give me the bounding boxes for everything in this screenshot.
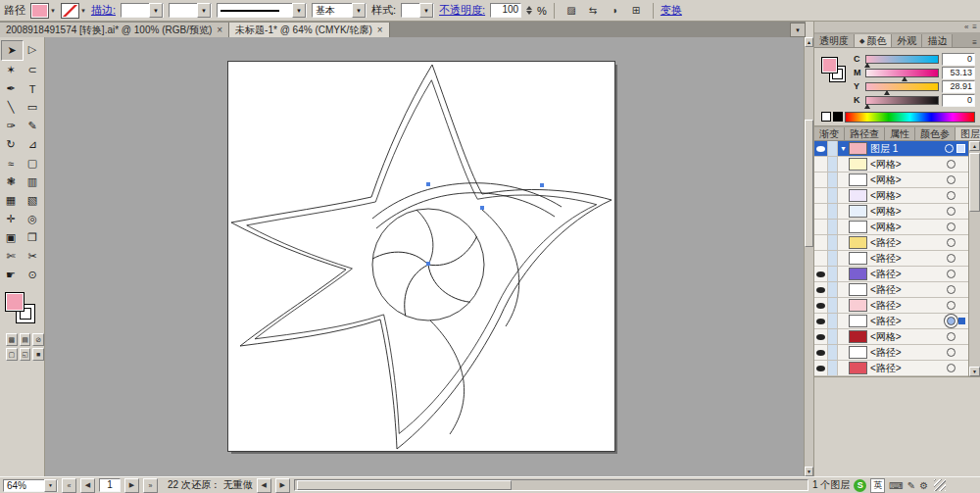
- target-circle-icon[interactable]: [947, 285, 956, 294]
- layer-name[interactable]: <路径>: [870, 252, 947, 266]
- eyedropper-tool[interactable]: ✛: [1, 210, 22, 228]
- layer-name[interactable]: <路径>: [870, 362, 947, 375]
- fill-color-picker[interactable]: ▼: [30, 3, 56, 19]
- canvas-area[interactable]: [45, 37, 804, 476]
- layer-row-6[interactable]: <网格>: [814, 220, 968, 235]
- chevron-down-icon[interactable]: ▼: [50, 8, 56, 14]
- scissors-tool[interactable]: ✂: [23, 247, 43, 266]
- next-artboard-button[interactable]: ▶: [124, 478, 139, 493]
- target-circle-icon[interactable]: [947, 160, 956, 169]
- stroke-weight-combo[interactable]: ▼: [121, 3, 164, 18]
- direct-selection-tool[interactable]: ▷: [23, 40, 43, 59]
- chevron-down-icon[interactable]: ▼: [419, 3, 433, 18]
- document-tab-1[interactable]: 2008918491574 [转换].ai* @ 100% (RGB/预览)×: [0, 23, 229, 37]
- layer-name[interactable]: <路径>: [870, 315, 947, 328]
- document-tab-2[interactable]: 未标题-1* @ 64% (CMYK/轮廓)×: [229, 23, 389, 37]
- ime-language-indicator[interactable]: 英: [870, 478, 885, 493]
- layer-name[interactable]: 图层 1: [870, 142, 945, 156]
- target-circle-icon[interactable]: [947, 301, 956, 310]
- layer-row-4[interactable]: <网格>: [814, 188, 968, 204]
- channel-slider[interactable]: [865, 69, 939, 77]
- lasso-tool[interactable]: ⊂: [23, 61, 43, 79]
- chevron-down-icon[interactable]: ▼: [352, 3, 366, 18]
- fill-color-swatch[interactable]: [30, 3, 49, 19]
- settings-icon[interactable]: ⚙: [919, 480, 928, 491]
- panel-tab-appearance[interactable]: 外观: [892, 34, 922, 47]
- vertical-scrollbar[interactable]: ▲ ▼: [804, 37, 813, 476]
- variable-width-combo[interactable]: ▼: [169, 3, 212, 18]
- symbol-sprayer-tool[interactable]: ❃: [1, 173, 22, 191]
- channel-value-input[interactable]: 0: [942, 94, 975, 107]
- opacity-input[interactable]: 100: [490, 3, 521, 18]
- selection-proxy-icon[interactable]: [958, 318, 965, 324]
- fill-stroke-control[interactable]: [0, 290, 44, 331]
- panel-tab-transparency[interactable]: 透明度: [814, 34, 855, 47]
- edit-column[interactable]: [828, 188, 838, 203]
- layer-name[interactable]: <路径>: [870, 299, 947, 313]
- visibility-toggle[interactable]: [814, 235, 828, 250]
- live-paint-selection-tool[interactable]: ❐: [23, 228, 43, 247]
- fullscreen-mode-button[interactable]: ■: [32, 348, 44, 361]
- visibility-toggle[interactable]: [814, 329, 828, 344]
- scroll-right-icon[interactable]: ▶: [275, 478, 290, 493]
- panel-fill-swatch[interactable]: [821, 57, 838, 74]
- brush-definition-combo[interactable]: 基本 ▼: [312, 3, 367, 18]
- edit-column[interactable]: [828, 361, 838, 375]
- close-tab-icon[interactable]: ×: [217, 25, 222, 35]
- selection-tool[interactable]: ➤: [1, 40, 24, 61]
- edit-column[interactable]: [828, 157, 838, 172]
- mesh-tool[interactable]: ▦: [1, 191, 22, 210]
- blend-tool[interactable]: ◎: [23, 210, 43, 228]
- sogou-ime-icon[interactable]: S: [854, 479, 866, 492]
- free-transform-tool[interactable]: ▢: [23, 154, 43, 173]
- resize-grip[interactable]: [934, 479, 946, 491]
- layer-row-9[interactable]: <路径>: [814, 267, 968, 282]
- target-circle-icon[interactable]: [947, 222, 956, 231]
- visibility-toggle[interactable]: [814, 251, 828, 266]
- layer-row-14[interactable]: <路径>: [814, 345, 968, 361]
- color-button[interactable]: ▩: [6, 333, 18, 346]
- opacity-spinner[interactable]: [526, 6, 532, 15]
- layer-row-11[interactable]: <路径>: [814, 298, 968, 314]
- target-circle-icon[interactable]: [947, 317, 956, 325]
- spinner-down-icon[interactable]: [526, 11, 532, 15]
- artboard[interactable]: [228, 62, 614, 451]
- flip-icon[interactable]: ⇆: [583, 2, 603, 20]
- layer-name[interactable]: <网格>: [870, 173, 947, 187]
- layer-name[interactable]: <路径>: [870, 283, 947, 297]
- target-circle-icon[interactable]: [947, 191, 956, 200]
- layer-row-10[interactable]: <路径>: [814, 282, 968, 298]
- target-circle-icon[interactable]: [947, 175, 956, 184]
- visibility-toggle[interactable]: [814, 157, 828, 172]
- horizontal-scrollbar[interactable]: [294, 479, 808, 491]
- visibility-toggle[interactable]: [814, 282, 828, 297]
- layer-row-15[interactable]: <路径>: [814, 361, 968, 376]
- handwriting-icon[interactable]: ✎: [907, 480, 915, 491]
- fullscreen-menu-mode-button[interactable]: ◱: [20, 348, 31, 361]
- keyboard-icon[interactable]: ⌨: [889, 480, 903, 491]
- transform-link[interactable]: 变换: [661, 3, 682, 18]
- slice-tool[interactable]: ✄: [1, 247, 22, 266]
- slider-marker[interactable]: [902, 76, 907, 81]
- zoom-tool[interactable]: ⊙: [23, 266, 43, 284]
- magic-wand-tool[interactable]: ✶: [1, 61, 22, 79]
- panel-menu-icon[interactable]: ≡: [969, 38, 980, 47]
- style-combo[interactable]: ▼: [401, 3, 434, 18]
- chevron-down-icon[interactable]: ▼: [80, 8, 86, 14]
- artboard-number-input[interactable]: 1: [99, 478, 121, 492]
- edit-column[interactable]: [828, 282, 838, 297]
- spinner-up-icon[interactable]: [526, 6, 532, 10]
- close-tab-icon[interactable]: ×: [377, 25, 383, 35]
- opacity-link[interactable]: 不透明度:: [439, 3, 485, 18]
- layer-row-7[interactable]: <路径>: [814, 235, 968, 251]
- visibility-toggle[interactable]: [814, 345, 828, 360]
- panel-tab-attributes[interactable]: 属性: [885, 127, 915, 140]
- hand-tool[interactable]: ☛: [1, 266, 22, 284]
- layer-name[interactable]: <网格>: [870, 205, 947, 219]
- rectangle-tool[interactable]: ▭: [23, 98, 43, 117]
- layer-row-5[interactable]: <网格>: [814, 204, 968, 220]
- layers-scrollbar[interactable]: ▲ ▼: [968, 141, 980, 376]
- chevron-down-icon[interactable]: ▼: [149, 3, 163, 18]
- last-artboard-button[interactable]: »: [143, 478, 158, 493]
- gradient-button[interactable]: ▤: [20, 333, 31, 346]
